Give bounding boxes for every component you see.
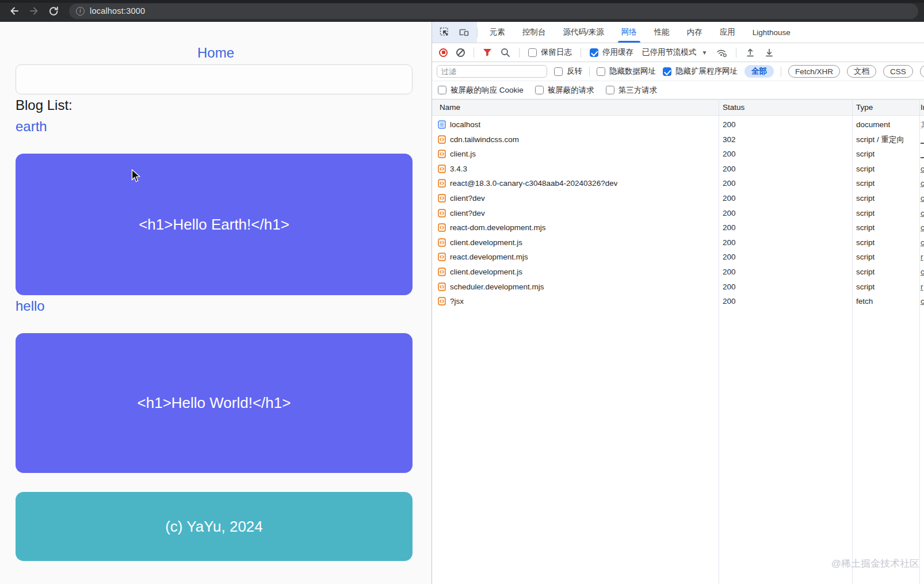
initiator-link[interactable]: c bbox=[921, 265, 924, 280]
filter-pill-doc[interactable]: 文档 bbox=[847, 65, 876, 78]
inspect-element-icon[interactable] bbox=[440, 27, 450, 37]
hide-data-urls-checkbox[interactable]: 隐藏数据网址 bbox=[597, 66, 656, 77]
script-icon bbox=[438, 150, 446, 160]
initiator-link[interactable]: c bbox=[921, 220, 924, 235]
disable-cache-checkbox[interactable]: 停用缓存 bbox=[590, 47, 633, 58]
third-party-requests-checkbox[interactable]: 第三方请求 bbox=[606, 85, 658, 96]
table-row[interactable]: react@18.3.0-canary-c3048aab4-20240326?d… bbox=[432, 176, 924, 191]
tab-sources[interactable]: 源代码/来源 bbox=[563, 22, 604, 43]
tab-console[interactable]: 控制台 bbox=[522, 22, 546, 43]
hello-earth-text: <h1>Hello Earth!</h1> bbox=[139, 216, 289, 234]
preserve-log-checkbox[interactable]: 保留日志 bbox=[528, 47, 572, 58]
chevron-down-icon: ▼ bbox=[702, 49, 708, 56]
network-options-bar: 被屏蔽的响应 Cookie 被屏蔽的请求 第三方请求 bbox=[432, 81, 924, 99]
filter-toggle-button[interactable] bbox=[483, 48, 492, 57]
initiator-link[interactable]: c bbox=[921, 162, 924, 177]
initiator-link[interactable]: _ bbox=[921, 147, 924, 162]
table-row[interactable]: client?dev 200 script c bbox=[432, 206, 924, 221]
forward-button[interactable] bbox=[24, 2, 44, 20]
script-icon bbox=[438, 194, 446, 204]
network-toolbar: 保留日志 停用缓存 已停用节流模式 ▼ bbox=[432, 43, 924, 62]
network-conditions-button[interactable] bbox=[716, 48, 727, 58]
tab-performance[interactable]: 性能 bbox=[654, 22, 670, 43]
initiator-link[interactable]: c bbox=[921, 294, 924, 309]
blog-list-label: Blog List: bbox=[16, 97, 72, 113]
network-filter-bar: 反转 隐藏数据网址 隐藏扩展程序网址 全部 Fetch/XHR 文档 CSS bbox=[432, 62, 924, 81]
hello-world-card: <h1>Hello World!</h1> bbox=[16, 333, 413, 473]
hello-earth-card: <h1>Hello Earth!</h1> bbox=[16, 154, 413, 295]
tab-network[interactable]: 网络 bbox=[621, 22, 637, 43]
address-bar[interactable]: i localhost:3000 bbox=[69, 3, 918, 19]
table-row[interactable]: cdn.tailwindcss.com 302 script / 重定向 _ bbox=[432, 132, 924, 147]
throttling-dropdown[interactable]: 已停用节流模式 ▼ bbox=[642, 47, 707, 58]
checkbox-unchecked-icon bbox=[528, 48, 537, 57]
invert-filter-checkbox[interactable]: 反转 bbox=[554, 66, 582, 77]
export-har-button[interactable] bbox=[764, 47, 774, 58]
tab-elements[interactable]: 元素 bbox=[490, 22, 505, 43]
filter-pill-fetch-xhr[interactable]: Fetch/XHR bbox=[788, 65, 840, 78]
column-header-type[interactable]: Type bbox=[856, 100, 873, 115]
import-har-button[interactable] bbox=[745, 47, 755, 58]
script-icon bbox=[438, 209, 446, 219]
filter-pill-clipped[interactable] bbox=[920, 65, 924, 78]
initiator-link[interactable]: r bbox=[921, 280, 923, 295]
filter-pill-css[interactable]: CSS bbox=[883, 65, 913, 78]
initiator-link[interactable]: c bbox=[921, 176, 924, 191]
reload-icon bbox=[48, 6, 59, 17]
hide-extension-urls-checkbox[interactable]: 隐藏扩展程序网址 bbox=[663, 66, 738, 77]
table-row[interactable]: ?jsx 200 fetch c bbox=[432, 294, 924, 309]
filter-pill-all[interactable]: 全部 bbox=[744, 65, 774, 78]
page-text-input[interactable] bbox=[16, 64, 413, 94]
initiator-link[interactable]: c bbox=[921, 206, 924, 221]
script-icon bbox=[438, 223, 446, 234]
tab-application[interactable]: 应用 bbox=[720, 22, 735, 43]
initiator-link[interactable]: c bbox=[921, 191, 924, 206]
watermark-text: @稀土掘金技术社区 bbox=[831, 557, 919, 570]
tab-lighthouse[interactable]: Lighthouse bbox=[753, 22, 791, 43]
hello-post-link[interactable]: hello bbox=[16, 298, 45, 314]
column-header-status[interactable]: Status bbox=[723, 100, 744, 115]
table-row[interactable]: client.development.js 200 script c bbox=[432, 235, 924, 250]
home-link[interactable]: Home bbox=[197, 45, 234, 60]
script-icon bbox=[438, 179, 446, 189]
checkbox-unchecked-icon bbox=[438, 86, 446, 94]
initiator-link[interactable]: _ bbox=[921, 132, 924, 147]
blocked-requests-checkbox[interactable]: 被屏蔽的请求 bbox=[535, 85, 594, 96]
clear-network-log-button[interactable] bbox=[456, 48, 465, 57]
download-icon bbox=[764, 47, 774, 58]
footer-card: (c) YaYu, 2024 bbox=[16, 492, 413, 561]
table-row[interactable]: client.development.js 200 script c bbox=[432, 265, 924, 280]
script-icon bbox=[438, 165, 446, 175]
initiator-link[interactable]: c bbox=[921, 235, 924, 250]
forward-arrow-icon bbox=[28, 5, 40, 17]
table-row[interactable]: scheduler.development.mjs 200 script r bbox=[432, 280, 924, 295]
script-icon bbox=[438, 283, 446, 293]
network-search-button[interactable] bbox=[501, 48, 510, 58]
record-icon bbox=[439, 48, 448, 57]
record-stop-button[interactable] bbox=[439, 48, 448, 57]
tab-memory[interactable]: 内存 bbox=[687, 22, 702, 43]
back-button[interactable] bbox=[5, 2, 24, 20]
earth-post-link[interactable]: earth bbox=[16, 119, 47, 135]
wifi-gear-icon bbox=[716, 48, 727, 58]
script-icon bbox=[438, 253, 446, 263]
table-row[interactable]: client?dev 200 script c bbox=[432, 191, 924, 206]
initiator-link[interactable]: r bbox=[921, 250, 923, 265]
table-row[interactable]: react.development.mjs 200 script r bbox=[432, 250, 924, 265]
table-row[interactable]: 3.4.3 200 script c bbox=[432, 162, 924, 177]
table-row[interactable]: react-dom.development.mjs 200 script c bbox=[432, 220, 924, 235]
column-header-name[interactable]: Name bbox=[440, 100, 460, 115]
url-text[interactable]: localhost:3000 bbox=[90, 6, 145, 16]
network-filter-input[interactable] bbox=[437, 65, 547, 78]
clear-icon bbox=[456, 48, 465, 57]
table-row[interactable]: localhost 200 document 其 bbox=[432, 117, 924, 132]
web-page: Home Blog List: earth <h1>Hello Earth!</… bbox=[0, 22, 432, 584]
site-info-icon[interactable]: i bbox=[76, 7, 85, 16]
reload-button[interactable] bbox=[44, 2, 63, 20]
upload-icon bbox=[745, 47, 755, 58]
blocked-response-cookies-checkbox[interactable]: 被屏蔽的响应 Cookie bbox=[438, 85, 524, 96]
column-header-initiator[interactable]: In bbox=[921, 100, 924, 115]
table-row[interactable]: client.js 200 script _ bbox=[432, 147, 924, 162]
script-icon bbox=[438, 268, 446, 278]
device-toolbar-icon[interactable] bbox=[459, 27, 469, 37]
